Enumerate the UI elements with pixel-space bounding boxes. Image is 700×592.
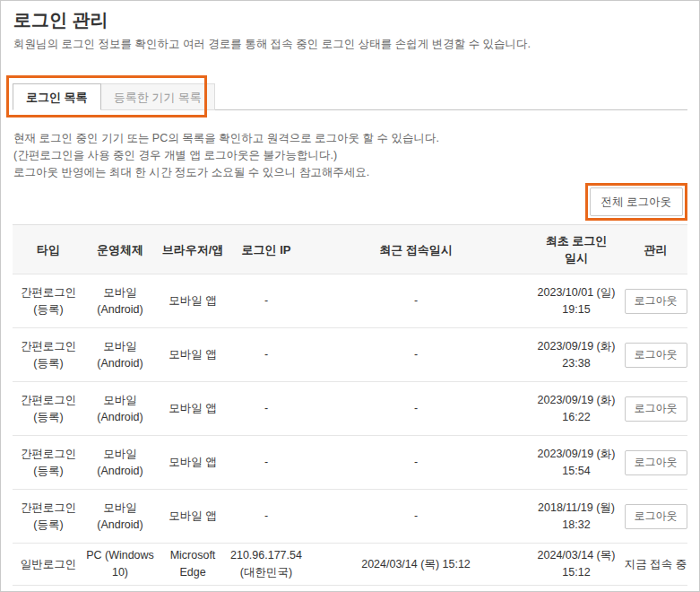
session-status-text: 지금 접속 중 xyxy=(625,558,687,570)
description-line: 현재 로그인 중인 기기 또는 PC의 목록을 확인하고 원격으로 로그아웃 할… xyxy=(13,130,687,147)
page-subtitle: 회원님의 로그인 정보를 확인하고 여러 경로를 통해 접속 중인 로그인 상태… xyxy=(13,38,687,51)
login-sessions-table: 타입 운영체제 브라우저/앱 로그인 IP 최근 접속일시 최초 로그인 일시 … xyxy=(13,224,687,586)
logout-button[interactable]: 로그아웃 xyxy=(625,289,687,314)
cell-first-login: 2018/11/19 (월) 18:32 xyxy=(529,490,624,544)
cell-first-login: 2023/09/19 (화) 23:38 xyxy=(529,328,624,382)
cell-ip: - xyxy=(229,490,303,544)
table-row: 간편로그인 (등록)모바일 (Android)모바일 앱--2023/09/19… xyxy=(13,382,687,436)
cell-browser: 모바일 앱 xyxy=(156,490,229,544)
cell-os: 모바일 (Android) xyxy=(84,382,156,436)
cell-last-access: - xyxy=(303,274,529,328)
logout-button[interactable]: 로그아웃 xyxy=(625,504,687,529)
cell-ip: - xyxy=(229,436,303,490)
cell-last-access: - xyxy=(303,328,529,382)
description-line: 로그아웃 반영에는 최대 한 시간 정도가 소요될 수 있으니 참고해주세요. xyxy=(13,164,687,181)
cell-last-access: 2024/03/14 (목) 15:12 xyxy=(303,544,529,586)
cell-os: 모바일 (Android) xyxy=(84,328,156,382)
column-header-first-login: 최초 로그인 일시 xyxy=(529,225,624,274)
login-table-body: 간편로그인 (등록)모바일 (Android)모바일 앱--2023/10/01… xyxy=(13,274,687,586)
logout-button[interactable]: 로그아웃 xyxy=(625,450,687,475)
table-row: 간편로그인 (등록)모바일 (Android)모바일 앱--2023/10/01… xyxy=(13,274,687,328)
cell-last-access: - xyxy=(303,382,529,436)
cell-action: 로그아웃 xyxy=(624,274,687,328)
cell-action: 로그아웃 xyxy=(624,328,687,382)
logout-button[interactable]: 로그아웃 xyxy=(625,396,687,422)
page-title: 로그인 관리 xyxy=(13,9,687,30)
table-row: 간편로그인 (등록)모바일 (Android)모바일 앱--2018/11/19… xyxy=(13,490,687,544)
cell-first-login: 2023/10/01 (일) 19:15 xyxy=(529,274,624,328)
cell-action: 로그아웃 xyxy=(624,382,687,436)
cell-last-access: - xyxy=(303,436,529,490)
table-row: 일반로그인PC (Windows 10)Microsoft Edge210.96… xyxy=(13,544,687,586)
cell-ip: - xyxy=(229,382,303,436)
toolbar: 전체 로그아웃 xyxy=(13,183,687,222)
cell-type: 간편로그인 (등록) xyxy=(13,436,84,490)
cell-action: 로그아웃 xyxy=(624,436,687,490)
logout-all-highlight-box: 전체 로그아웃 xyxy=(585,183,687,221)
column-header-os: 운영체제 xyxy=(84,225,156,274)
cell-first-login: 2023/09/19 (화) 15:54 xyxy=(529,436,624,490)
cell-browser: 모바일 앱 xyxy=(156,382,229,436)
cell-os: 모바일 (Android) xyxy=(84,274,156,328)
column-header-browser: 브라우저/앱 xyxy=(156,225,229,274)
cell-ip: - xyxy=(229,274,303,328)
tab-login-list[interactable]: 로그인 목록 xyxy=(13,83,101,110)
table-row: 간편로그인 (등록)모바일 (Android)모바일 앱--2023/09/19… xyxy=(13,436,687,490)
cell-os: PC (Windows 10) xyxy=(84,544,156,586)
cell-action: 지금 접속 중 xyxy=(624,544,687,586)
logout-button[interactable]: 로그아웃 xyxy=(625,343,687,368)
cell-browser: 모바일 앱 xyxy=(156,274,229,328)
login-management-page: 로그인 관리 회원님의 로그인 정보를 확인하고 여러 경로를 통해 접속 중인… xyxy=(0,0,700,592)
cell-browser: 모바일 앱 xyxy=(156,436,229,490)
cell-type: 일반로그인 xyxy=(13,544,84,586)
table-header-row: 타입 운영체제 브라우저/앱 로그인 IP 최근 접속일시 최초 로그인 일시 … xyxy=(13,225,687,274)
tab-bar: 로그인 목록 등록한 기기 목록 xyxy=(13,83,687,110)
cell-browser: 모바일 앱 xyxy=(156,328,229,382)
cell-type: 간편로그인 (등록) xyxy=(13,382,84,436)
cell-browser: Microsoft Edge xyxy=(156,544,229,586)
cell-first-login: 2024/03/14 (목) 15:12 xyxy=(529,544,624,586)
cell-os: 모바일 (Android) xyxy=(84,490,156,544)
column-header-login-ip: 로그인 IP xyxy=(229,225,303,274)
logout-all-button[interactable]: 전체 로그아웃 xyxy=(590,187,683,216)
cell-os: 모바일 (Android) xyxy=(84,436,156,490)
cell-action: 로그아웃 xyxy=(624,490,687,544)
table-row: 간편로그인 (등록)모바일 (Android)모바일 앱--2023/09/19… xyxy=(13,328,687,382)
cell-ip: - xyxy=(229,328,303,382)
cell-type: 간편로그인 (등록) xyxy=(13,490,84,544)
description-line: (간편로그인을 사용 중인 경우 개별 앱 로그아웃은 불가능합니다.) xyxy=(13,147,687,164)
cell-ip: 210.96.177.54 (대한민국) xyxy=(229,544,303,586)
description-block: 현재 로그인 중인 기기 또는 PC의 목록을 확인하고 원격으로 로그아웃 할… xyxy=(13,130,687,181)
cell-first-login: 2023/09/19 (화) 16:22 xyxy=(529,382,624,436)
cell-last-access: - xyxy=(303,490,529,544)
tab-registered-devices[interactable]: 등록한 기기 목록 xyxy=(101,83,215,110)
column-header-manage: 관리 xyxy=(624,225,687,274)
cell-type: 간편로그인 (등록) xyxy=(13,328,84,382)
cell-type: 간편로그인 (등록) xyxy=(13,274,84,328)
column-header-type: 타입 xyxy=(13,225,84,274)
column-header-last-access: 최근 접속일시 xyxy=(303,225,529,274)
